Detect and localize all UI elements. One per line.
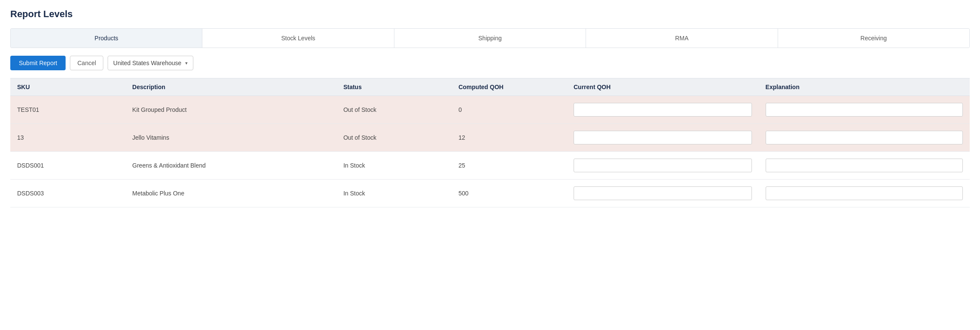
current-qoh-input[interactable] <box>574 131 752 144</box>
table-wrapper: SKU Description Status Computed QOH Curr… <box>10 78 970 207</box>
cell-status: In Stock <box>337 152 452 180</box>
cell-explanation[interactable] <box>759 152 970 180</box>
explanation-input[interactable] <box>766 103 963 117</box>
header-computed-qoh: Computed QOH <box>451 78 567 96</box>
tab-rma[interactable]: RMA <box>586 29 778 48</box>
toolbar: Submit Report Cancel United States Wareh… <box>10 48 970 78</box>
table-row: DSDS001 Greens & Antioxidant Blend In St… <box>10 152 970 180</box>
cell-current-qoh[interactable] <box>567 152 759 180</box>
tab-stock-levels[interactable]: Stock Levels <box>202 29 394 48</box>
cell-sku: 13 <box>10 124 126 152</box>
explanation-input[interactable] <box>766 159 963 172</box>
current-qoh-input[interactable] <box>574 186 752 200</box>
header-description: Description <box>126 78 337 96</box>
cell-computed-qoh: 12 <box>451 124 567 152</box>
submit-report-button[interactable]: Submit Report <box>10 56 66 70</box>
cell-current-qoh[interactable] <box>567 96 759 124</box>
tab-receiving[interactable]: Receiving <box>778 29 969 48</box>
cell-description: Jello Vitamins <box>126 124 337 152</box>
cell-computed-qoh: 0 <box>451 96 567 124</box>
cell-current-qoh[interactable] <box>567 180 759 207</box>
cell-computed-qoh: 25 <box>451 152 567 180</box>
explanation-input[interactable] <box>766 186 963 200</box>
cell-description: Kit Grouped Product <box>126 96 337 124</box>
cancel-button[interactable]: Cancel <box>70 56 103 70</box>
header-explanation: Explanation <box>759 78 970 96</box>
header-sku: SKU <box>10 78 126 96</box>
cell-description: Metabolic Plus One <box>126 180 337 207</box>
warehouse-dropdown[interactable]: United States Warehouse ▾ <box>108 56 193 70</box>
warehouse-label: United States Warehouse <box>113 60 181 66</box>
explanation-input[interactable] <box>766 131 963 144</box>
header-status: Status <box>337 78 452 96</box>
cell-computed-qoh: 500 <box>451 180 567 207</box>
cell-status: Out of Stock <box>337 124 452 152</box>
cell-current-qoh[interactable] <box>567 124 759 152</box>
table-row: TEST01 Kit Grouped Product Out of Stock … <box>10 96 970 124</box>
chevron-down-icon: ▾ <box>185 60 188 66</box>
table-row: DSDS003 Metabolic Plus One In Stock 500 <box>10 180 970 207</box>
cell-status: Out of Stock <box>337 96 452 124</box>
table-row: 13 Jello Vitamins Out of Stock 12 <box>10 124 970 152</box>
page-container: Report Levels Products Stock Levels Ship… <box>0 0 980 330</box>
tab-shipping[interactable]: Shipping <box>394 29 586 48</box>
products-table: SKU Description Status Computed QOH Curr… <box>10 78 970 207</box>
cell-status: In Stock <box>337 180 452 207</box>
header-current-qoh: Current QOH <box>567 78 759 96</box>
cell-sku: TEST01 <box>10 96 126 124</box>
page-title: Report Levels <box>10 9 970 20</box>
current-qoh-input[interactable] <box>574 103 752 117</box>
cell-explanation[interactable] <box>759 124 970 152</box>
cell-sku: DSDS001 <box>10 152 126 180</box>
tabs-bar: Products Stock Levels Shipping RMA Recei… <box>10 28 970 48</box>
cell-description: Greens & Antioxidant Blend <box>126 152 337 180</box>
cell-sku: DSDS003 <box>10 180 126 207</box>
cell-explanation[interactable] <box>759 96 970 124</box>
tab-products[interactable]: Products <box>11 29 202 48</box>
table-header-row: SKU Description Status Computed QOH Curr… <box>10 78 970 96</box>
current-qoh-input[interactable] <box>574 159 752 172</box>
cell-explanation[interactable] <box>759 180 970 207</box>
